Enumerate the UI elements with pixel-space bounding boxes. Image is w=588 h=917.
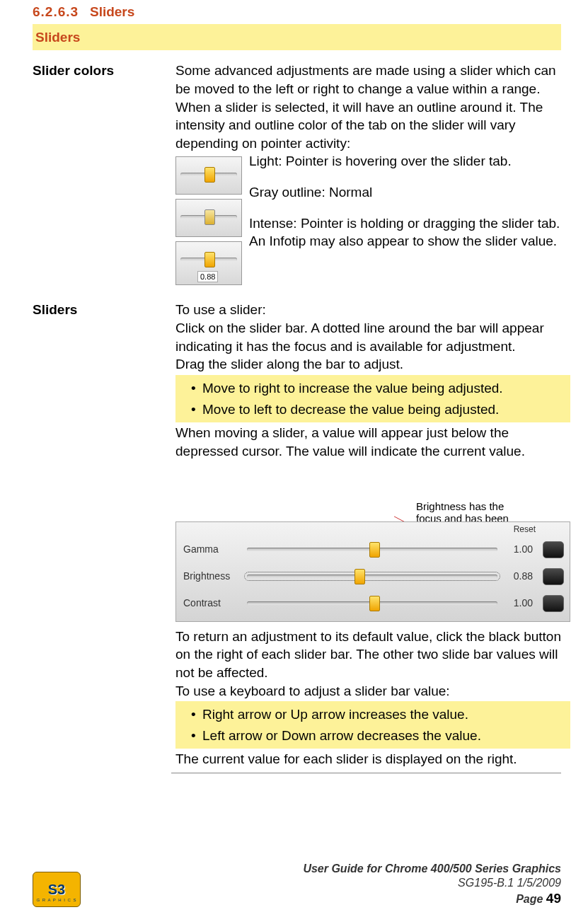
bullet-1b: Move to left to decrease the value being… [202,402,499,417]
panel-row-gamma: Gamma 1.00 [183,538,564,562]
sliders-p5: To return an adjustment to its default v… [175,628,570,682]
bullet-2a: Right arrow or Up arrow increases the va… [202,707,468,722]
gamma-value: 1.00 [505,543,533,556]
thumb-infotip-value: 0.88 [197,271,218,283]
gamma-slider[interactable] [247,548,497,551]
contrast-reset-button[interactable] [543,595,564,612]
reset-label: Reset [514,524,536,535]
contrast-slider-grip[interactable] [369,596,380,611]
state-light-text: Light: Pointer is hovering over the slid… [249,152,561,171]
thumb-light [175,156,242,195]
gamma-label: Gamma [183,543,240,556]
state-gray-text: Gray outline: Normal [249,183,561,202]
bullet-icon: • [191,379,202,398]
sliders-p1: To use a slider: [175,301,570,319]
bullet-2b: Left arrow or Down arrow decreases the v… [202,728,481,743]
contrast-slider[interactable] [247,601,497,605]
bullet-block-2: •Right arrow or Up arrow increases the v… [175,701,570,749]
logo-sub: G R A P H I C S [36,897,76,903]
thumb-intense: 0.88 [175,241,242,285]
bullet-block-1: •Move to right to increase the value bei… [175,375,570,422]
row-label-slider-colors: Slider colors [33,62,175,289]
bullet-icon: • [191,727,202,745]
section-band: Sliders [33,24,561,51]
slider-panel-screenshot: Reset Gamma 1.00 Brightness 0.88 [175,521,570,622]
brightness-reset-button[interactable] [543,568,564,585]
section-number: 6.2.6.3 [33,4,79,19]
footer-page-label: Page [516,893,546,905]
footer-ref: SG195-B.1 1/5/2009 [303,876,561,890]
state-intense-text: Intense: Pointer is holding or dragging … [249,214,561,250]
sliders-p7: The current value for each slider is dis… [175,750,570,768]
row-label-sliders: Sliders [33,301,175,768]
sliders-p2: Click on the slider bar. A dotted line a… [175,319,570,355]
panel-row-brightness: Brightness 0.88 [183,565,564,589]
page-footer: S3 G R A P H I C S User Guide for Chrome… [33,862,561,907]
gamma-reset-button[interactable] [543,541,564,558]
contrast-label: Contrast [183,596,240,610]
brightness-slider[interactable] [247,575,497,578]
brightness-slider-grip[interactable] [354,569,365,584]
slider-colors-intro: Some advanced adjustments are made using… [175,62,561,152]
sliders-p4: When moving a slider, a value will appea… [175,424,570,460]
footer-title: User Guide for Chrome 400/500 Series Gra… [303,862,561,876]
contrast-value: 1.00 [505,596,533,610]
section-rule [171,773,561,773]
logo-text: S3 [48,880,65,899]
panel-row-contrast: Contrast 1.00 [183,592,564,616]
gamma-slider-grip[interactable] [369,542,380,558]
section-number-heading: 6.2.6.3 Sliders [33,0,561,21]
bullet-icon: • [191,400,202,419]
brightness-label: Brightness [183,570,240,583]
section-title: Sliders [90,4,134,19]
bullet-1a: Move to right to increase the value bein… [202,381,503,396]
sliders-p3: Drag the slider along the bar to adjust. [175,355,570,374]
slider-state-thumbnails: 0.88 [175,156,242,289]
sliders-p6: To use a keyboard to adjust a slider bar… [175,682,570,700]
brightness-value: 0.88 [505,570,533,583]
bullet-icon: • [191,705,202,724]
thumb-gray [175,199,242,237]
s3-logo: S3 G R A P H I C S [33,872,81,907]
footer-page-number: 49 [546,891,561,906]
